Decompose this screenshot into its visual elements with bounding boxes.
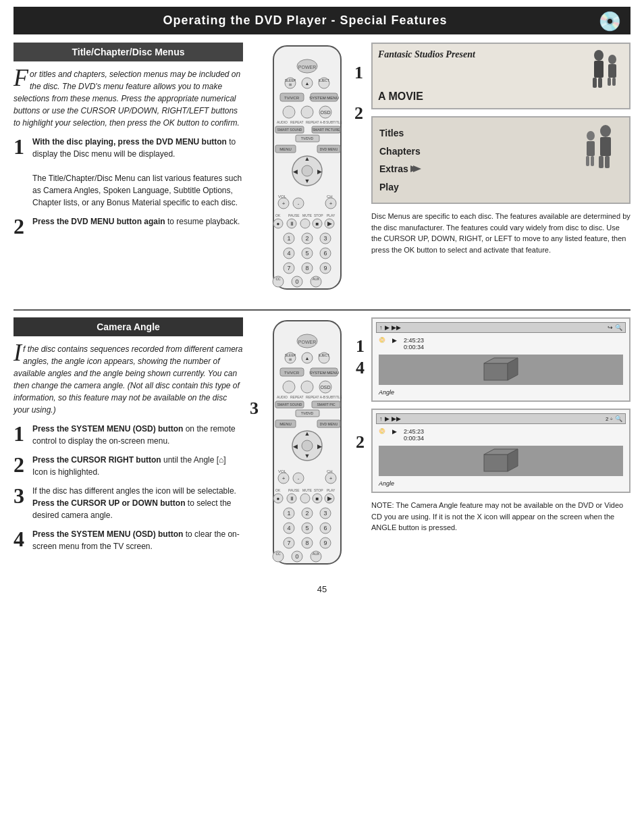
svg-text:▶: ▶ — [327, 220, 332, 227]
svg-text:8: 8 — [305, 265, 308, 271]
osd-angle-label-1: Angle — [376, 388, 626, 397]
svg-text:⏸: ⏸ — [289, 496, 294, 502]
osd-ffwd-icon-2: ▶▶ — [392, 415, 401, 422]
section2-right: ↑ ▶ ▶▶ ↪ 🔍 📀 ▶ 2:45:23 0:00:34 — [371, 317, 630, 574]
section1-intro: F or titles and chapters, selection menu… — [14, 68, 243, 129]
svg-text:OSD: OSD — [320, 385, 330, 390]
cam-step-num-4: 4 — [14, 528, 27, 550]
svg-text:2: 2 — [305, 510, 308, 517]
svg-text:⊞: ⊞ — [289, 357, 292, 361]
svg-text:TV/VCR: TV/VCR — [284, 96, 300, 100]
osd-box-1: ↑ ▶ ▶▶ ↪ 🔍 📀 ▶ 2:45:23 0:00:34 — [371, 317, 630, 402]
cam-step1-text: Press the SYSTEM MENU (OSD) button on th… — [32, 423, 243, 447]
cam-note: NOTE: The Camera Angle feature may not b… — [371, 500, 630, 533]
osd-time-row-1: 📀 ▶ 2:45:23 0:00:34 — [376, 336, 626, 352]
svg-text:⊞: ⊞ — [289, 82, 292, 86]
svg-text:▶: ▶ — [327, 495, 332, 502]
svg-text:◀: ◀ — [293, 168, 298, 175]
svg-text:CC: CC — [275, 277, 281, 281]
svg-rect-99 — [591, 156, 594, 166]
svg-text:●: ● — [277, 496, 280, 502]
section2-intro: I f the disc contains sequences recorded… — [14, 343, 243, 416]
section1-right: Fantasic Studios Present A MOVIE — [371, 43, 630, 299]
cam-step-num-2: 2 — [14, 454, 27, 475]
svg-text:3: 3 — [323, 510, 327, 517]
svg-text:REPEAT: REPEAT — [290, 120, 304, 124]
section-divider — [14, 309, 630, 311]
osd-times-2: 2:45:23 0:00:34 — [404, 428, 424, 442]
svg-text:▶: ▶ — [317, 443, 322, 450]
people-silhouette-2 — [572, 121, 626, 175]
cam-remote-step-2: 2 — [356, 432, 365, 452]
svg-point-92 — [600, 125, 611, 137]
osd-times-1: 2:45:23 0:00:34 — [404, 337, 424, 350]
svg-text:●: ● — [277, 221, 280, 227]
angle-box-illustration-1 — [379, 355, 623, 385]
svg-rect-97 — [587, 141, 595, 156]
svg-text:▲: ▲ — [304, 430, 311, 437]
svg-text:8: 8 — [305, 540, 308, 546]
section1-header: Title/Chapter/Disc Menus — [14, 43, 243, 61]
remote-step-1: 1 — [354, 63, 363, 83]
svg-text:TV/DVD: TV/DVD — [301, 136, 314, 140]
osd-prev-icon: ↑ — [379, 324, 383, 331]
svg-text:TV/VCR: TV/VCR — [284, 371, 300, 375]
osd-prev-icon-2: ↑ — [379, 415, 383, 422]
svg-text:6: 6 — [323, 250, 327, 257]
svg-text:▲: ▲ — [304, 155, 311, 162]
remote-svg-1: POWER SLEEP ⊞ ▲ EJECT TV/VCR SYSTEM MENU — [263, 43, 351, 299]
svg-point-157 — [300, 494, 310, 503]
cam-remote-step-1: 1 — [356, 336, 365, 357]
osd-time2-1: 0:00:34 — [404, 344, 424, 350]
step-number-1: 1 — [14, 136, 27, 157]
svg-text:AUX: AUX — [313, 277, 320, 281]
osd-time1-1: 2:45:23 — [404, 337, 424, 344]
remote-step-2: 2 — [354, 103, 363, 124]
svg-text:POWER: POWER — [298, 65, 316, 70]
section2-step4: 4 Press the SYSTEM MENU (OSD) button to … — [14, 528, 243, 552]
page-header: Operating the DVD Player - Special Featu… — [14, 7, 630, 34]
osd-play-indicator: ▶ — [392, 337, 397, 350]
section2-remote: 1 4 3 2 POWER SLEEP ⊞ ▲ EJECT TV/VCR — [253, 317, 361, 574]
svg-text:■: ■ — [316, 221, 319, 227]
svg-text:AUX: AUX — [313, 552, 320, 556]
svg-text:SMART PIC: SMART PIC — [317, 402, 335, 407]
osd-angle-label-2: Angle — [376, 479, 626, 488]
section2-intro-text: f the disc contains sequences recorded f… — [14, 344, 243, 415]
people-silhouette-1 — [558, 47, 626, 91]
step1-text: With the disc playing, press the DVD MEN… — [32, 136, 243, 209]
svg-text:+: + — [282, 201, 286, 207]
cam-step-num-1: 1 — [14, 423, 27, 444]
section2-header: Camera Angle — [14, 317, 243, 336]
osd-box-2: ↑ ▶ ▶▶ 2 ÷ 🔍 📀 ▶ 2:45:23 0:00:34 — [371, 409, 630, 493]
svg-text:POWER: POWER — [298, 340, 316, 344]
svg-rect-89 — [608, 64, 616, 78]
svg-text:SMART PICTURE: SMART PICTURE — [313, 128, 340, 132]
svg-text:PLAY: PLAY — [327, 213, 336, 217]
svg-text:PLAY: PLAY — [327, 488, 336, 492]
cam-remote-step-3: 3 — [250, 398, 259, 419]
svg-text:MUTE: MUTE — [302, 213, 313, 217]
svg-text:7: 7 — [287, 265, 290, 271]
section1-step1: 1 With the disc playing, press the DVD M… — [14, 136, 243, 209]
svg-text:+: + — [329, 475, 333, 481]
svg-text:OK: OK — [275, 488, 281, 492]
svg-text:▼: ▼ — [304, 452, 311, 459]
section1-description: Disc Menus are specific to each disc. Th… — [371, 211, 630, 255]
svg-text:1: 1 — [287, 235, 290, 242]
drop-cap-i: I — [14, 343, 22, 363]
svg-text:9: 9 — [323, 265, 327, 271]
svg-text:SUBTITLE: SUBTITLE — [326, 395, 343, 399]
osd-skip-icon: ↪ — [608, 324, 613, 331]
svg-text:7: 7 — [287, 540, 290, 546]
section2-step3: 3 If the disc has different angles the i… — [14, 485, 243, 521]
osd-play-icon-2: ▶ — [385, 415, 390, 422]
svg-text:EJECT: EJECT — [319, 353, 329, 357]
osd-controls-row-2: ↑ ▶ ▶▶ 2 ÷ 🔍 — [376, 413, 626, 424]
osd-dvd-icon: 📀 — [379, 337, 385, 350]
svg-text:-: - — [298, 475, 300, 481]
svg-text:STOP: STOP — [314, 213, 323, 217]
svg-text:SYSTEM MENU: SYSTEM MENU — [309, 96, 339, 100]
svg-text:DVD MENU: DVD MENU — [320, 147, 338, 151]
osd-ffwd-icon: ▶▶ — [392, 324, 401, 331]
